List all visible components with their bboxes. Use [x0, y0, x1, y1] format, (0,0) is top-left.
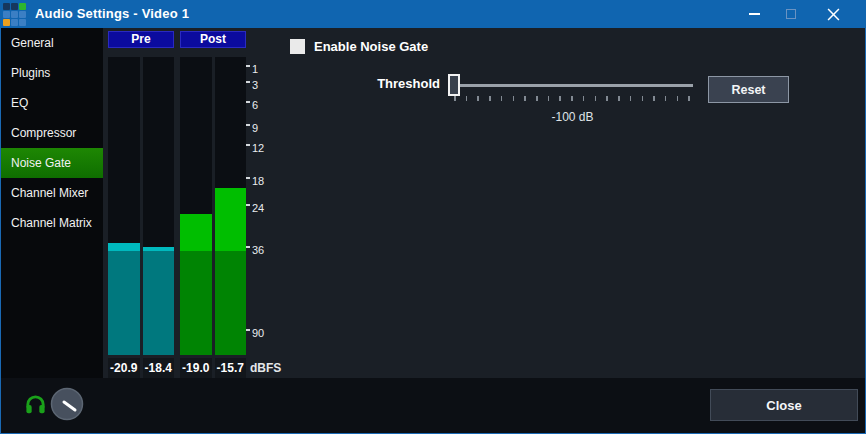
sidebar-item-channel-mixer[interactable]: Channel Mixer	[1, 178, 103, 208]
threshold-slider-thumb[interactable]	[448, 74, 460, 96]
scale-tick	[246, 144, 250, 146]
slider-tick-mark	[571, 96, 573, 101]
scale-label: 6	[252, 99, 258, 111]
meter-bar-bright	[180, 214, 212, 251]
meter-header-pre: Pre	[108, 31, 174, 48]
sidebar-item-eq[interactable]: EQ	[1, 88, 103, 118]
logo-cell	[3, 19, 10, 26]
scale-tick	[246, 101, 250, 103]
slider-tick-mark	[618, 96, 620, 101]
scale-label: 3	[252, 79, 258, 91]
slider-tick-mark	[630, 96, 632, 101]
meter-value: -20.9	[108, 358, 140, 379]
slider-tick-mark	[665, 96, 667, 101]
slider-tick-mark	[489, 96, 491, 101]
logo-cell	[19, 11, 26, 18]
meter-channel	[108, 57, 140, 355]
sidebar-item-channel-matrix[interactable]: Channel Matrix	[1, 208, 103, 238]
slider-tick-mark	[677, 96, 679, 101]
meter-unit-label: dBFS	[250, 358, 281, 379]
slider-tick-mark	[513, 96, 515, 101]
scale-tick	[246, 177, 250, 179]
close-window-button[interactable]	[811, 0, 855, 28]
logo-cell	[11, 19, 18, 26]
audio-meters: Pre-20.9-18.4Post-19.0-15.7	[108, 31, 253, 376]
slider-tick-mark	[536, 96, 538, 101]
scale-tick	[246, 329, 250, 331]
footer-bar: Close	[1, 378, 865, 433]
slider-tick-mark	[501, 96, 503, 101]
logo-cell	[11, 3, 18, 10]
scale-label: 36	[252, 244, 264, 256]
meter-value: -18.4	[143, 358, 175, 379]
meter-bar-dark	[143, 251, 175, 355]
audio-settings-window: Audio Settings - Video 1 GeneralPluginsE…	[0, 0, 866, 434]
meter-channel	[215, 57, 247, 355]
threshold-label: Threshold	[340, 76, 440, 91]
slider-tick-mark	[688, 96, 690, 101]
scale-tick	[246, 204, 250, 206]
slider-tick-mark	[454, 96, 456, 101]
scale-tick	[246, 65, 250, 67]
meter-bar-dark	[180, 251, 212, 355]
slider-tick-mark	[606, 96, 608, 101]
content-panel: Pre-20.9-18.4Post-19.0-15.7 136912182436…	[103, 28, 865, 378]
meter-bar-dark	[215, 251, 247, 355]
threshold-slider-ticks	[454, 96, 690, 101]
scale-label: 1	[252, 63, 258, 75]
window-title: Audio Settings - Video 1	[35, 0, 189, 28]
meter-values: -20.9-18.4	[108, 358, 174, 379]
meter-bar-bright	[143, 247, 175, 251]
sidebar-item-noise-gate[interactable]: Noise Gate	[1, 148, 103, 178]
scale-tick	[246, 124, 250, 126]
slider-tick-mark	[548, 96, 550, 101]
titlebar[interactable]: Audio Settings - Video 1	[0, 0, 866, 28]
enable-noise-gate-label: Enable Noise Gate	[314, 39, 428, 54]
close-icon	[827, 8, 840, 21]
meter-channel	[180, 57, 212, 355]
logo-cell	[3, 3, 10, 10]
threshold-value: -100 dB	[452, 110, 693, 124]
slider-tick-mark	[477, 96, 479, 101]
minimize-button[interactable]	[735, 0, 773, 28]
meter-group-post: Post-19.0-15.7	[180, 31, 246, 376]
monitor-volume-knob[interactable]	[50, 387, 84, 421]
logo-cell	[19, 19, 26, 26]
scale-label: 24	[252, 202, 264, 214]
meter-bar-bright	[108, 243, 140, 251]
meter-group-pre: Pre-20.9-18.4	[108, 31, 174, 376]
slider-tick-mark	[595, 96, 597, 101]
slider-tick-mark	[653, 96, 655, 101]
app-logo-icon	[3, 3, 26, 26]
meter-scale: 13691218243690	[246, 54, 282, 352]
meter-value: -19.0	[180, 358, 212, 379]
meter-channel	[143, 57, 175, 355]
meter-columns	[108, 57, 174, 355]
slider-tick-mark	[583, 96, 585, 101]
meter-bar-dark	[108, 251, 140, 355]
scale-tick	[246, 246, 250, 248]
scale-tick	[246, 81, 250, 83]
slider-tick-mark	[559, 96, 561, 101]
scale-label: 90	[252, 327, 264, 339]
meter-values: -19.0-15.7	[180, 358, 246, 379]
close-button[interactable]: Close	[710, 389, 858, 421]
threshold-slider-track[interactable]	[452, 84, 693, 87]
sidebar-item-general[interactable]: General	[1, 28, 103, 58]
meter-header-post: Post	[180, 31, 246, 48]
enable-noise-gate-row: Enable Noise Gate	[290, 39, 428, 54]
enable-noise-gate-checkbox[interactable]	[290, 39, 305, 54]
scale-label: 18	[252, 175, 264, 187]
meter-value: -15.7	[215, 358, 247, 379]
meter-bar-bright	[215, 188, 247, 251]
meter-columns	[180, 57, 246, 355]
maximize-button[interactable]	[772, 0, 810, 28]
sidebar: GeneralPluginsEQCompressorNoise GateChan…	[1, 28, 103, 378]
slider-tick-mark	[466, 96, 468, 101]
minimize-icon	[749, 13, 760, 15]
slider-tick-mark	[642, 96, 644, 101]
headphones-icon[interactable]	[24, 393, 47, 416]
reset-button[interactable]: Reset	[708, 76, 789, 103]
sidebar-item-plugins[interactable]: Plugins	[1, 58, 103, 88]
sidebar-item-compressor[interactable]: Compressor	[1, 118, 103, 148]
